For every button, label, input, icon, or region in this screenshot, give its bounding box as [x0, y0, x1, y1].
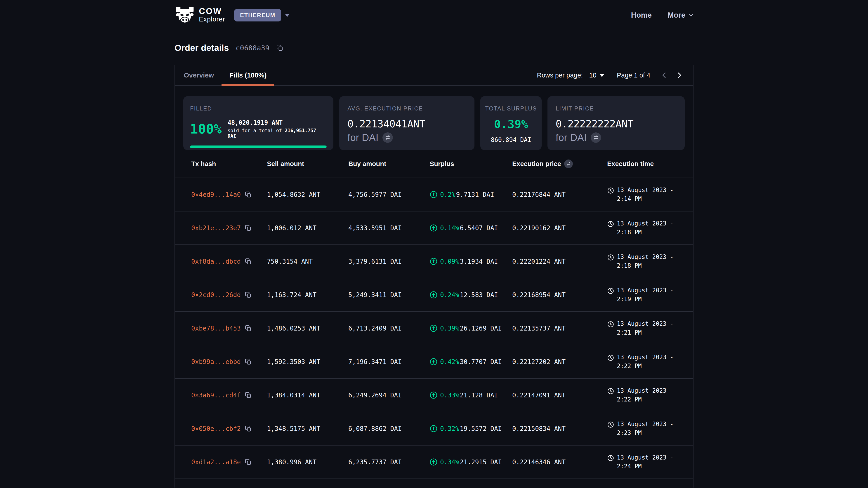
sell-amount-cell: 750.3154 ANT — [267, 258, 348, 265]
logo-line2: Explorer — [199, 15, 225, 23]
table-row: 0×2cd0...26dd1,163.724 ANT5,249.3411 DAI… — [175, 278, 693, 312]
execution-price-cell: 0.22147091 ANT — [512, 392, 607, 399]
clock-icon — [607, 221, 614, 228]
cow-explorer-logo[interactable]: COW Explorer — [175, 6, 225, 24]
clock-icon — [607, 421, 614, 428]
column-header-sell-amount: Sell amount — [267, 160, 348, 168]
surplus-percent: 0.42% — [440, 358, 459, 365]
surplus-cell: 0.34%21.2915 DAI — [430, 458, 512, 466]
tab-overview-label: Overview — [184, 71, 214, 79]
copy-tx-hash-button[interactable] — [245, 191, 252, 198]
copy-tx-hash-button[interactable] — [245, 225, 252, 231]
table-row: 0xf8da...dbcd750.3154 ANT3,379.6131 DAI0… — [175, 245, 693, 278]
copy-order-hash-button[interactable] — [276, 44, 283, 52]
network-badge: ETHEREUM — [234, 9, 281, 22]
column-header-tx-hash: Tx hash — [183, 160, 267, 168]
copy-tx-hash-button[interactable] — [245, 392, 252, 398]
previous-page-button[interactable] — [659, 70, 669, 80]
buy-amount-cell: 3,379.6131 DAI — [348, 258, 430, 265]
tx-hash-link[interactable]: 0xb21e...23e7 — [191, 224, 241, 232]
swap-icon — [593, 135, 599, 140]
execution-time-text: 13 August 2023 - 2:22 PM — [617, 386, 685, 404]
execution-time-text: 13 August 2023 - 2:18 PM — [617, 219, 685, 237]
nav-home-label: Home — [631, 11, 652, 20]
copy-tx-hash-button[interactable] — [245, 258, 252, 265]
column-header-execution-price: Execution price — [512, 160, 607, 168]
execution-price-invert-button[interactable] — [564, 160, 573, 168]
pagination: Rows per page: 10 Page 1 of 4 — [537, 70, 684, 80]
main-nav: Home More — [631, 11, 693, 20]
copy-icon — [245, 392, 252, 398]
column-label: Buy amount — [348, 160, 386, 168]
surplus-cell: 0.39%26.1269 DAI — [430, 324, 512, 332]
copy-icon — [245, 225, 252, 231]
buy-amount-cell: 7,196.3471 DAI — [348, 358, 430, 365]
tx-hash-link[interactable]: 0xbe78...b453 — [191, 325, 241, 332]
copy-tx-hash-button[interactable] — [245, 325, 252, 332]
copy-tx-hash-button[interactable] — [245, 459, 252, 465]
surplus-up-icon — [430, 224, 437, 232]
next-page-button[interactable] — [674, 70, 684, 80]
nav-item-home[interactable]: Home — [631, 11, 652, 20]
logo-text: COW Explorer — [199, 7, 225, 23]
arrow-up-circle-icon — [430, 324, 437, 332]
order-hash: c0688a39 — [236, 44, 270, 52]
clock-icon — [607, 388, 614, 395]
surplus-up-icon — [430, 291, 437, 299]
limit-price-card: LIMIT PRICE 0.22222222ANT for DAI — [548, 96, 685, 150]
table-row: 0xb21e...23e71,006.012 ANT4,533.5951 DAI… — [175, 212, 693, 245]
column-label: Sell amount — [267, 160, 304, 168]
surplus-percent: 0.39% — [440, 325, 459, 332]
tab-fills[interactable]: Fills (100%) — [221, 65, 274, 86]
column-header-surplus: Surplus — [430, 160, 512, 168]
clock-icon — [607, 321, 614, 328]
copy-icon — [245, 325, 252, 332]
copy-tx-hash-button[interactable] — [245, 291, 252, 298]
swap-icon — [566, 161, 571, 166]
tx-hash-link[interactable]: 0×3a69...cd4f — [191, 392, 241, 399]
clock-icon — [607, 321, 614, 328]
clock-icon — [607, 287, 614, 294]
execution-time-text: 13 August 2023 - 2:18 PM — [617, 253, 685, 270]
arrow-up-circle-icon — [430, 224, 437, 232]
tx-hash-link[interactable]: 0×050e...cbf2 — [191, 425, 241, 432]
tx-hash-link[interactable]: 0×2cd0...26dd — [191, 291, 241, 299]
buy-amount-cell: 6,235.7737 DAI — [348, 458, 430, 466]
limit-price-invert-button[interactable] — [591, 132, 601, 143]
column-header-buy-amount: Buy amount — [348, 160, 430, 168]
copy-tx-hash-button[interactable] — [245, 358, 252, 365]
tx-hash-link[interactable]: 0xf8da...dbcd — [191, 258, 241, 265]
chevron-down-icon — [688, 12, 693, 18]
avg-price-value: 0.22134041ANT — [347, 118, 466, 130]
execution-price-cell: 0.22135737 ANT — [512, 325, 607, 332]
sell-amount-cell: 1,384.0314 ANT — [267, 392, 348, 399]
execution-time-text: 13 August 2023 - 2:19 PM — [617, 286, 685, 304]
surplus-up-icon — [430, 391, 437, 399]
surplus-amount: 3.1934 DAI — [460, 258, 498, 265]
execution-time-cell: 13 August 2023 - 2:22 PM — [607, 353, 685, 370]
surplus-amount: 19.5572 DAI — [460, 425, 502, 432]
avg-price-invert-button[interactable] — [382, 132, 393, 143]
total-surplus-label: TOTAL SURPLUS — [484, 105, 538, 112]
surplus-cell: 0.42%30.7707 DAI — [430, 358, 512, 365]
surplus-amount: 30.7707 DAI — [460, 358, 502, 365]
clock-icon — [607, 388, 614, 395]
arrow-up-circle-icon — [430, 291, 437, 299]
tx-hash-link[interactable]: 0×4ed9...14a0 — [191, 191, 241, 198]
arrow-up-circle-icon — [430, 191, 437, 198]
tx-hash-link[interactable]: 0xd1a2...a18e — [191, 458, 241, 466]
nav-item-more[interactable]: More — [668, 11, 693, 20]
rows-per-page-select[interactable]: 10 — [589, 71, 604, 79]
sell-amount-cell: 1,486.0253 ANT — [267, 325, 348, 332]
filled-label: FILLED — [190, 105, 327, 112]
execution-time-cell: 13 August 2023 - 2:19 PM — [607, 286, 685, 304]
copy-tx-hash-button[interactable] — [245, 425, 252, 432]
execution-time-cell: 13 August 2023 - 2:18 PM — [607, 219, 685, 237]
tx-hash-link[interactable]: 0xb99a...ebbd — [191, 358, 241, 365]
buy-amount-cell: 4,756.5977 DAI — [348, 191, 430, 198]
network-selector[interactable]: ETHEREUM — [234, 9, 290, 22]
copy-icon — [245, 425, 252, 432]
execution-price-cell: 0.22176844 ANT — [512, 191, 607, 198]
surplus-up-icon — [430, 458, 437, 466]
tab-overview[interactable]: Overview — [176, 65, 221, 86]
